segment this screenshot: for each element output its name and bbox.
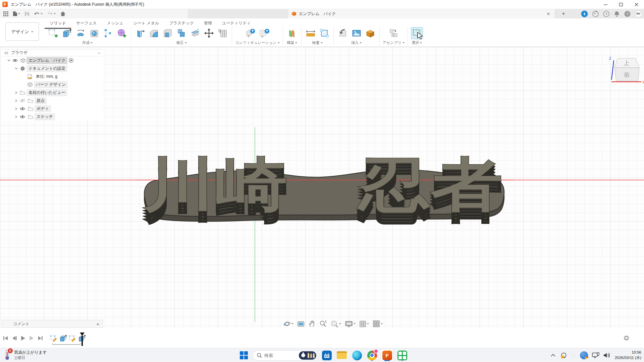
construction-plane-button[interactable] (286, 27, 298, 39)
visibility-eye-hidden-icon[interactable] (18, 99, 26, 103)
group-label-create[interactable]: 作成 (82, 40, 93, 45)
3d-viewport[interactable]: 川崎 忍者 川崎 忍者 川崎 忍者 川崎 忍者 川崎 忍者 ブラウザ − エンブ… (0, 47, 644, 328)
workspace-selector[interactable]: デザイン (5, 22, 39, 41)
browser-row-bodies[interactable]: ボディ (2, 105, 103, 113)
combine-button[interactable] (175, 27, 187, 39)
press-pull-button[interactable] (134, 27, 146, 39)
extrude-button[interactable] (61, 27, 73, 39)
collapsed-chevron-icon[interactable] (14, 107, 18, 110)
insert-decal-button[interactable] (364, 27, 376, 39)
add-comment-button[interactable]: + (96, 321, 99, 327)
app-grid-button[interactable] (3, 11, 8, 16)
configuration-table-button[interactable] (258, 27, 270, 39)
browser-root-label[interactable]: エンブレム バイク (26, 57, 67, 64)
file-menu-button[interactable] (13, 11, 20, 16)
pan-button[interactable] (308, 319, 316, 328)
collapsed-chevron-icon[interactable] (14, 99, 18, 102)
taskbar-weather-widget[interactable]: 6 気温が上がります 土曜日 (2, 349, 47, 361)
expand-chevron-icon[interactable] (14, 67, 18, 69)
help-icon[interactable]: ? (624, 11, 631, 17)
activate-component-radio-icon[interactable] (67, 58, 75, 63)
start-button[interactable] (237, 349, 250, 361)
browser-row-named-views[interactable]: 名前の付いたビュー (2, 88, 103, 97)
browser-item-label[interactable]: 単位: mm, g (34, 73, 59, 80)
view-cube-front-label[interactable]: 前 (624, 72, 630, 78)
group-label-assemble[interactable]: アセンブリ (383, 40, 405, 45)
grid-layout-button[interactable] (359, 320, 370, 328)
document-tab[interactable]: エンブレム バイク ✕ (288, 9, 555, 18)
measure-button[interactable] (305, 27, 317, 39)
search-input[interactable] (264, 353, 296, 358)
taskbar-edge-button[interactable] (351, 349, 363, 361)
browser-row-units[interactable]: 単位: mm, g (2, 72, 103, 80)
zoom-window-button[interactable] (330, 319, 342, 328)
group-label-insert[interactable]: 挿入 (351, 40, 362, 45)
clock-history-icon[interactable] (603, 11, 609, 17)
view-cube[interactable]: 上 前 Z X (607, 54, 644, 88)
redo-button[interactable] (47, 11, 56, 16)
taskbar-store-button[interactable] (320, 349, 333, 361)
group-label-select[interactable]: 選択 (412, 40, 422, 45)
view-cube-top-label[interactable]: 上 (624, 60, 630, 66)
browser-minimize-button[interactable]: − (98, 50, 100, 56)
collapsed-chevron-icon[interactable] (14, 115, 18, 118)
timeline-playhead[interactable] (80, 333, 85, 346)
save-button[interactable] (24, 11, 30, 16)
browser-item-label[interactable]: 原点 (35, 97, 47, 104)
taskbar-file-explorer-button[interactable] (335, 349, 348, 361)
parameters-button[interactable] (217, 27, 229, 39)
minimize-button[interactable] (598, 0, 613, 9)
home-button[interactable] (60, 11, 66, 16)
document-tab-close-button[interactable]: ✕ (545, 11, 551, 17)
job-status-icon[interactable] (592, 11, 599, 17)
timeline-go-to-end-button[interactable] (38, 335, 43, 341)
hole-button[interactable] (88, 27, 100, 39)
group-label-construct[interactable]: 構築 (287, 40, 297, 45)
timeline-step-back-button[interactable] (11, 335, 17, 341)
user-avatar[interactable]: RY (635, 10, 642, 17)
visibility-eye-icon[interactable] (18, 115, 26, 119)
move-copy-button[interactable] (203, 27, 215, 39)
collapse-panel-icon[interactable] (4, 51, 8, 55)
collapsed-chevron-icon[interactable] (14, 91, 18, 94)
tray-expand-chevron-icon[interactable] (550, 354, 556, 357)
extensions-icon[interactable] (581, 10, 588, 17)
taskbar-green-app-button[interactable] (396, 349, 409, 361)
search-seasonal-image[interactable] (299, 351, 316, 360)
undo-button[interactable] (34, 11, 43, 16)
shell-button[interactable] (162, 27, 174, 39)
browser-item-label[interactable]: ドキュメントの設定 (26, 65, 67, 72)
taskbar-search[interactable] (253, 350, 318, 361)
timeline-sketch-feature[interactable] (68, 335, 76, 342)
browser-row-origin[interactable]: 原点 (2, 97, 103, 105)
visibility-eye-icon[interactable] (18, 107, 26, 111)
notification-bell-icon[interactable] (614, 11, 620, 17)
tray-sync-icon[interactable] (560, 352, 567, 359)
group-label-inspect[interactable]: 検査 (312, 40, 323, 45)
browser-row-part-design[interactable]: パーツ デザイン (2, 80, 103, 88)
maximize-button[interactable] (613, 0, 629, 9)
close-button[interactable] (629, 0, 644, 9)
create-sketch-button[interactable] (47, 27, 59, 39)
configure-design-button[interactable] (245, 27, 257, 39)
browser-item-label[interactable]: 名前の付いたビュー (26, 89, 67, 96)
insert-image-button[interactable] (351, 27, 363, 39)
tray-sphere-icon[interactable] (580, 351, 588, 359)
zoom-button[interactable] (319, 319, 327, 328)
visibility-eye-icon[interactable] (11, 59, 19, 62)
taskbar-fusion-button[interactable]: F (381, 349, 393, 361)
section-analysis-button[interactable] (318, 27, 330, 39)
browser-item-label[interactable]: ボディ (35, 105, 51, 112)
look-at-button[interactable] (297, 320, 305, 328)
pattern-button[interactable] (102, 27, 114, 39)
volume-icon[interactable] (603, 352, 611, 358)
expand-chevron-icon[interactable] (6, 59, 11, 61)
insert-derive-button[interactable] (337, 27, 349, 39)
group-label-modify[interactable]: 修正 (176, 40, 187, 45)
timeline-step-forward-button[interactable] (29, 335, 35, 341)
group-label-configuration[interactable]: コンフィギュレーション (235, 40, 280, 45)
orbit-button[interactable] (283, 319, 294, 328)
model-kawasaki-ninja-emblem[interactable]: 川崎 忍者 川崎 忍者 川崎 忍者 川崎 忍者 川崎 忍者 (135, 150, 514, 230)
timeline-sketch-feature[interactable] (50, 335, 57, 342)
browser-item-label[interactable]: スケッチ (35, 113, 55, 120)
